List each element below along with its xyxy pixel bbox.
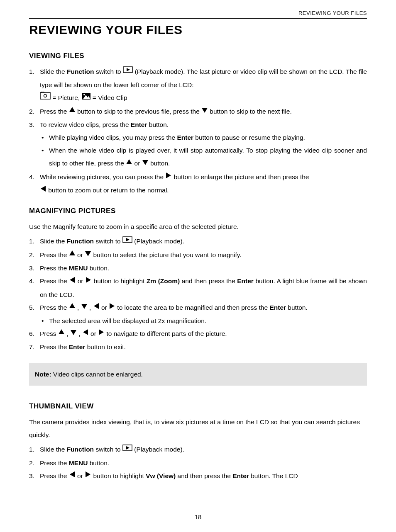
text: button to skip to the previous file, pre… (76, 108, 201, 115)
section-title-thumbnail: THUMBNAIL VIEW (29, 402, 367, 411)
text: switch to (94, 446, 122, 453)
text: or (76, 251, 85, 258)
function-label: Function (67, 446, 94, 453)
enter-label: Enter (232, 472, 249, 479)
text: button to enlarge the picture and then p… (172, 173, 309, 180)
enter-label: Enter (177, 134, 193, 141)
list-item: Press the or button to select the pictur… (29, 248, 367, 262)
text: The selected area will be displayed at 2… (49, 317, 206, 324)
down-icon (81, 301, 88, 313)
list-item: Press the or button to highlight Vw (Vie… (29, 469, 367, 483)
text: , (65, 330, 70, 337)
text: When the whole video clip is played over… (49, 147, 367, 167)
up-icon (69, 248, 76, 261)
function-label: Function (67, 68, 94, 75)
list-item: While reviewing pictures, you can press … (29, 170, 367, 197)
up-icon (69, 301, 76, 313)
text: button to highlight (92, 277, 147, 284)
enter-label: Enter (269, 304, 286, 311)
note-label: Note: (35, 371, 51, 378)
text: or (132, 160, 142, 167)
text: Press the (40, 277, 69, 284)
up-icon (69, 104, 76, 117)
text: button. The LCD (249, 472, 298, 479)
text: or (76, 472, 85, 479)
running-header: REVIEWING YOUR FILES (29, 10, 367, 16)
text: or (100, 304, 109, 311)
text: button. (149, 160, 170, 167)
text: and then press the (176, 472, 232, 479)
list-item: Press , , or to navigate to different pa… (29, 327, 367, 340)
text: While reviewing pictures, you can press … (40, 173, 165, 180)
picture-icon (40, 91, 51, 104)
magnifying-intro: Use the Magnify feature to zoom in a spe… (29, 220, 367, 233)
enter-label: Enter (131, 121, 147, 128)
text: (Playback mode). (132, 446, 184, 453)
text: Press the (40, 343, 69, 350)
menu-label: MENU (69, 265, 88, 272)
section-title-magnifying: MAGNIFYING PICTURES (29, 207, 367, 215)
text: button to highlight (91, 472, 146, 479)
list-item: Press the , , or to locate the area to b… (29, 301, 367, 327)
header-rule (29, 18, 367, 19)
text: Press the (40, 472, 69, 479)
text: switch to (94, 238, 122, 245)
list-item: Slide the Function switch to (Playback m… (29, 235, 367, 248)
list-item: Press the button to skip to the previous… (29, 105, 367, 118)
text: = Picture, (51, 94, 82, 101)
text: (Playback mode). (132, 238, 184, 245)
right-icon (98, 327, 105, 340)
text: button. (286, 304, 308, 311)
text: button. (88, 265, 109, 272)
menu-label: MENU (69, 459, 88, 466)
text: Slide the (40, 446, 67, 453)
text: or (76, 277, 85, 284)
up-icon (58, 327, 65, 340)
text: Press the (40, 108, 69, 115)
text: Press the (40, 459, 69, 466)
text: To review video clips, press the (40, 121, 131, 128)
function-label: Function (67, 238, 94, 245)
right-icon (109, 301, 115, 313)
text: While playing video clips, you may press… (49, 134, 177, 141)
list-item: While playing video clips, you may press… (42, 131, 367, 144)
zm-label: Zm (Zoom) (147, 277, 180, 284)
text: , (88, 304, 93, 311)
left-icon (69, 469, 76, 482)
list-item: Slide the Function switch to (Playback m… (29, 443, 367, 456)
down-icon (85, 248, 91, 261)
text: Slide the (40, 238, 67, 245)
page-title: REVIEWING YOUR FILES (29, 23, 367, 37)
left-icon (69, 275, 76, 287)
videoclip-icon (82, 91, 91, 104)
up-icon (126, 157, 132, 170)
text: button to skip to the next file. (208, 108, 292, 115)
text: Press the (40, 265, 69, 272)
down-icon (70, 327, 77, 340)
note-box: Note: Video clips cannot be enlarged. (29, 363, 367, 386)
page-number: 18 (0, 513, 396, 520)
playback-icon (123, 65, 133, 78)
list-item: When the whole video clip is played over… (42, 144, 367, 170)
thumbnail-list: Slide the Function switch to (Playback m… (29, 443, 367, 483)
down-icon (201, 104, 208, 117)
enter-label: Enter (69, 343, 86, 350)
magnifying-list: Slide the Function switch to (Playback m… (29, 235, 367, 353)
left-icon (40, 183, 46, 196)
note-text: Video clips cannot be enlarged. (51, 371, 143, 378)
text: button to pause or resume the playing. (193, 134, 305, 141)
list-item: To review video clips, press the Enter b… (29, 118, 367, 170)
text: button to select the picture that you wa… (91, 251, 242, 258)
section-title-viewing-files: VIEWING FILES (29, 52, 367, 60)
right-icon (165, 170, 172, 183)
text: Slide the (40, 68, 67, 75)
text: to navigate to different parts of the pi… (105, 330, 227, 337)
text: Press the (40, 251, 69, 258)
right-icon (85, 469, 91, 482)
text: switch to (94, 68, 123, 75)
playback-icon (122, 235, 132, 248)
thumbnail-intro: The camera provides index viewing, that … (29, 415, 367, 441)
list-item: Press the MENU button. (29, 262, 367, 275)
text: Press (40, 330, 58, 337)
text: , (76, 304, 81, 311)
